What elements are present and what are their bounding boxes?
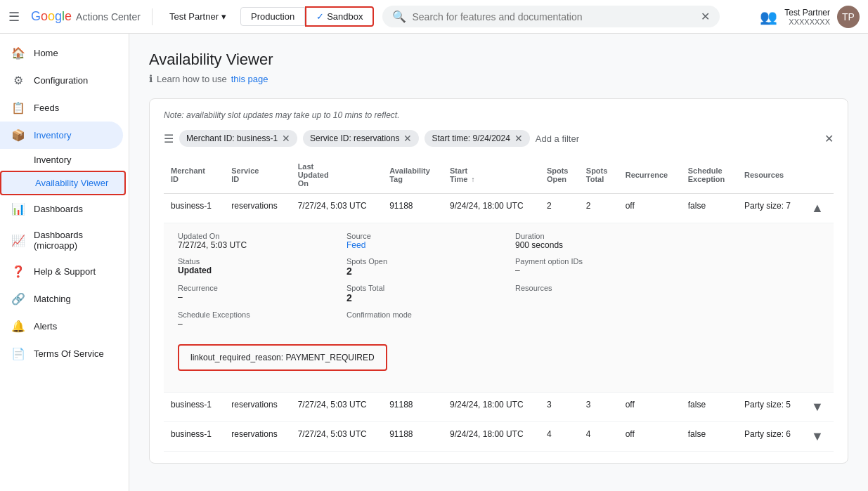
starttime-chip-close[interactable]: ✕: [514, 133, 523, 144]
sidebar: 🏠 Home ⚙ Configuration 📋 Feeds 📦 Invento…: [0, 34, 129, 491]
sidebar-label-matching: Matching: [34, 294, 71, 304]
detail-payment-option-value: –: [515, 266, 820, 275]
sandbox-button[interactable]: ✓ Sandbox: [305, 6, 374, 27]
menu-icon[interactable]: ☰: [8, 9, 20, 25]
main-content: Availability Viewer ℹ Learn how to use t…: [129, 34, 868, 491]
alerts-icon: 🔔: [11, 320, 25, 333]
cell-expand[interactable]: ▲: [804, 194, 834, 223]
detail-source-value[interactable]: Feed: [346, 240, 501, 250]
filter-icon[interactable]: ☰: [164, 132, 174, 145]
user-info: Test Partner XXXXXXXX: [784, 8, 830, 26]
sidebar-label-configuration: Configuration: [34, 75, 88, 86]
search-close-icon[interactable]: ✕: [701, 10, 710, 23]
availability-table: MerchantID ServiceID LastUpdatedOn Avail…: [164, 157, 834, 452]
cell-expand[interactable]: ▼: [804, 422, 834, 452]
expand-icon[interactable]: ▲: [811, 201, 824, 215]
detail-recurrence-value: –: [178, 292, 332, 302]
cell-service-id: reservations: [224, 422, 290, 452]
detail-spots-open-label: Spots Open: [346, 257, 501, 266]
terms-icon: 📄: [11, 347, 25, 360]
filters-row: ☰ Merchant ID: business-1 ✕ Service ID: …: [164, 130, 834, 147]
cell-last-updated: 7/27/24, 5:03 UTC: [291, 194, 383, 223]
detail-resources: Resources: [515, 284, 820, 303]
sidebar-sub-item-availability-viewer[interactable]: Availability Viewer: [0, 171, 126, 195]
cell-schedule-exception: false: [681, 393, 737, 422]
search-bar: 🔍 ✕: [382, 6, 720, 27]
sidebar-item-terms[interactable]: 📄 Terms Of Service: [0, 340, 123, 367]
col-merchant-id: MerchantID: [164, 157, 224, 194]
cell-avail-tag: 91188: [382, 393, 443, 422]
sidebar-item-dashboards[interactable]: 📊 Dashboards: [0, 195, 123, 223]
cell-avail-tag: 91188: [382, 422, 443, 452]
detail-spots-total-label: Spots Total: [346, 284, 501, 292]
cell-merchant-id: business-1: [164, 422, 224, 452]
cell-last-updated: 7/27/24, 5:03 UTC: [291, 393, 383, 422]
detail-status-value: Updated: [178, 266, 332, 275]
cell-resources: Party size: 6: [737, 422, 804, 452]
merchant-chip-close[interactable]: ✕: [282, 133, 290, 144]
config-icon: ⚙: [11, 74, 25, 87]
cell-avail-tag: 91188: [382, 194, 443, 223]
sidebar-item-configuration[interactable]: ⚙ Configuration: [0, 67, 123, 94]
starttime-chip-label: Start time: 9/24/2024: [432, 133, 510, 143]
sidebar-item-alerts[interactable]: 🔔 Alerts: [0, 313, 123, 340]
col-expand: [804, 157, 834, 194]
dashboards-icon: 📊: [11, 202, 25, 216]
cell-schedule-exception: false: [681, 422, 737, 452]
cell-schedule-exception: false: [681, 194, 737, 223]
detail-spots-open: Spots Open 2: [346, 257, 501, 277]
detail-updated-on-value: 7/27/24, 5:03 UTC: [178, 240, 332, 250]
sidebar-label-alerts: Alerts: [34, 321, 57, 332]
feeds-icon: 📋: [11, 101, 25, 114]
sidebar-label-feeds: Feeds: [34, 103, 59, 113]
cell-spots-open: 4: [540, 422, 579, 452]
sidebar-item-home[interactable]: 🏠 Home: [0, 39, 123, 67]
search-input[interactable]: [412, 11, 695, 22]
sidebar-label-help: Help & Support: [34, 266, 96, 277]
expand-icon[interactable]: ▼: [811, 400, 824, 414]
avatar[interactable]: TP: [837, 6, 860, 28]
service-chip-close[interactable]: ✕: [403, 133, 412, 144]
col-schedule-exception: ScheduleException: [681, 157, 737, 194]
col-start-time[interactable]: StartTime ↑: [443, 157, 540, 194]
page-subtitle: ℹ Learn how to use this page: [149, 73, 848, 84]
production-button[interactable]: Production: [240, 7, 305, 26]
linkout-box: linkout_required_reason: PAYMENT_REQUIRE…: [178, 344, 387, 371]
detail-spots-open-value: 2: [346, 266, 501, 277]
col-resources: Resources: [737, 157, 804, 194]
cell-spots-total: 3: [579, 393, 618, 422]
cell-expand[interactable]: ▼: [804, 393, 834, 422]
env-buttons: Production ✓ Sandbox: [240, 6, 374, 27]
help-icon: ❓: [11, 265, 25, 278]
people-icon[interactable]: 👥: [760, 8, 777, 25]
service-chip-label: Service ID: reservations: [310, 133, 399, 143]
sidebar-item-dashboards-microapp[interactable]: 📈 Dashboards (microapp): [0, 223, 123, 258]
sidebar-item-matching[interactable]: 🔗 Matching: [0, 285, 123, 313]
sidebar-item-feeds[interactable]: 📋 Feeds: [0, 94, 123, 122]
topbar-right: 👥 Test Partner XXXXXXXX TP: [760, 6, 860, 28]
sidebar-label-dashboards: Dashboards: [34, 204, 83, 214]
partner-selector[interactable]: Test Partner ▾: [164, 8, 232, 25]
cell-spots-total: 2: [579, 194, 618, 223]
sidebar-label-dashboards-microapp: Dashboards (microapp): [34, 230, 112, 251]
filters-close-icon[interactable]: ✕: [824, 132, 834, 145]
subtitle-link[interactable]: this page: [231, 74, 268, 84]
layout: 🏠 Home ⚙ Configuration 📋 Feeds 📦 Invento…: [0, 34, 868, 491]
cell-last-updated: 7/27/24, 5:03 UTC: [291, 422, 383, 452]
sidebar-item-inventory[interactable]: 📦 Inventory: [0, 122, 123, 149]
detail-spots-total: Spots Total 2: [346, 284, 501, 303]
sidebar-label-inventory: Inventory: [34, 130, 71, 140]
cell-start-time: 9/24/24, 18:00 UTC: [443, 194, 540, 223]
add-filter-button[interactable]: Add a filter: [536, 133, 579, 144]
search-icon: 🔍: [392, 10, 406, 23]
dropdown-icon: ▾: [221, 11, 226, 22]
cell-spots-open: 2: [540, 194, 579, 223]
sandbox-label: Sandbox: [327, 11, 363, 22]
expand-icon[interactable]: ▼: [811, 429, 824, 443]
divider: [152, 8, 153, 25]
sidebar-item-help-support[interactable]: ❓ Help & Support: [0, 258, 123, 285]
cell-service-id: reservations: [224, 194, 290, 223]
sidebar-sub-item-inventory[interactable]: Inventory: [0, 149, 123, 171]
col-recurrence: Recurrence: [618, 157, 681, 194]
detail-schedule-exceptions-value: –: [178, 319, 332, 329]
